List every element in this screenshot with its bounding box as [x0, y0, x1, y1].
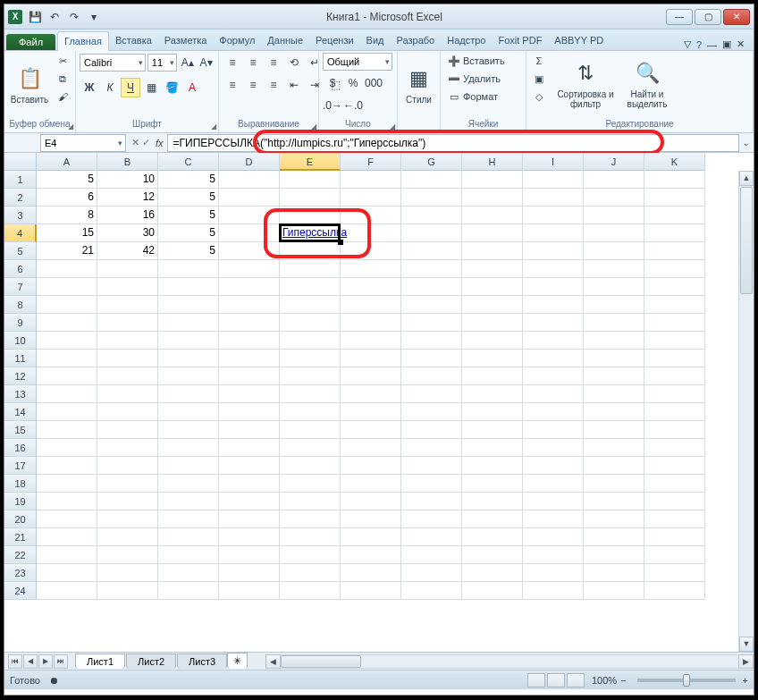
ribbon-tab-1[interactable]: Вставка: [109, 31, 158, 50]
ribbon-tab-7[interactable]: Разрабо: [391, 31, 442, 50]
cell-C24[interactable]: [158, 582, 219, 600]
cell-A6[interactable]: [37, 260, 97, 278]
cell-C5[interactable]: 5: [158, 242, 219, 260]
cell-E1[interactable]: [280, 171, 341, 189]
cell-C23[interactable]: [158, 564, 219, 582]
cell-C3[interactable]: 5: [158, 207, 219, 224]
zoom-slider[interactable]: [637, 679, 736, 682]
scroll-right-icon[interactable]: ▶: [738, 654, 754, 669]
col-header-G[interactable]: G: [401, 153, 462, 171]
cell-H9[interactable]: [462, 314, 523, 332]
ribbon-minimize-icon[interactable]: ▽: [684, 38, 691, 50]
cell-B18[interactable]: [97, 475, 158, 493]
cell-K24[interactable]: [644, 582, 705, 600]
ribbon-tab-0[interactable]: Главная: [57, 31, 109, 51]
formula-bar[interactable]: =ГИПЕРССЫЛКА("http://lumpics.ru";"Гиперс…: [167, 134, 739, 152]
cell-A17[interactable]: [37, 457, 97, 475]
cell-G21[interactable]: [401, 528, 462, 546]
cell-F12[interactable]: [341, 367, 401, 385]
row-header-7[interactable]: 7: [4, 278, 37, 296]
cell-C11[interactable]: [158, 350, 219, 367]
col-header-I[interactable]: I: [523, 153, 584, 171]
cell-H3[interactable]: [462, 207, 523, 224]
cell-B7[interactable]: [97, 278, 158, 296]
cell-K6[interactable]: [644, 260, 705, 278]
cell-F13[interactable]: [341, 385, 401, 403]
cell-F2[interactable]: [341, 189, 401, 207]
cell-E16[interactable]: [280, 439, 341, 457]
ribbon-tab-10[interactable]: ABBYY PD: [548, 31, 610, 50]
cell-E2[interactable]: [280, 189, 341, 207]
increase-font-icon[interactable]: A▴: [179, 53, 196, 72]
cell-C20[interactable]: [158, 510, 219, 528]
workbook-close-icon[interactable]: ✕: [737, 38, 745, 50]
cell-K2[interactable]: [644, 189, 705, 207]
cell-J4[interactable]: [584, 224, 644, 242]
cell-J19[interactable]: [584, 493, 644, 510]
cell-C4[interactable]: 5: [158, 224, 219, 242]
cell-J20[interactable]: [584, 510, 644, 528]
cell-C2[interactable]: 5: [158, 189, 219, 207]
cell-F20[interactable]: [341, 510, 401, 528]
cell-G3[interactable]: [401, 207, 462, 224]
cell-F22[interactable]: [341, 546, 401, 564]
cell-E13[interactable]: [280, 385, 341, 403]
cell-G18[interactable]: [401, 475, 462, 493]
cell-H15[interactable]: [462, 421, 523, 439]
cell-K19[interactable]: [644, 493, 705, 510]
cell-F5[interactable]: [341, 242, 401, 260]
row-header-20[interactable]: 20: [4, 510, 37, 528]
cell-E17[interactable]: [280, 457, 341, 475]
cell-G10[interactable]: [401, 332, 462, 350]
cell-G20[interactable]: [401, 510, 462, 528]
cell-C19[interactable]: [158, 493, 219, 510]
cell-J22[interactable]: [584, 546, 644, 564]
cell-B21[interactable]: [97, 528, 158, 546]
cell-H13[interactable]: [462, 385, 523, 403]
cancel-formula-icon[interactable]: ✕: [131, 137, 139, 148]
cell-K16[interactable]: [644, 439, 705, 457]
cell-D20[interactable]: [219, 510, 280, 528]
cell-H14[interactable]: [462, 403, 523, 421]
cell-G2[interactable]: [401, 189, 462, 207]
cell-J18[interactable]: [584, 475, 644, 493]
cell-K1[interactable]: [644, 171, 705, 189]
cell-A8[interactable]: [37, 296, 97, 314]
help-icon[interactable]: ?: [696, 39, 702, 50]
cell-I16[interactable]: [523, 439, 584, 457]
cell-E7[interactable]: [280, 278, 341, 296]
cell-B15[interactable]: [97, 421, 158, 439]
cell-E20[interactable]: [280, 510, 341, 528]
cell-E18[interactable]: [280, 475, 341, 493]
cell-C1[interactable]: 5: [158, 171, 219, 189]
cell-E14[interactable]: [280, 403, 341, 421]
sheet-tab-2[interactable]: Лист3: [177, 654, 227, 669]
sheet-tab-1[interactable]: Лист2: [126, 654, 176, 669]
cell-C6[interactable]: [158, 260, 219, 278]
cell-B20[interactable]: [97, 510, 158, 528]
row-header-16[interactable]: 16: [4, 439, 37, 457]
cell-A5[interactable]: 21: [37, 242, 97, 260]
cell-D24[interactable]: [219, 582, 280, 600]
align-right-icon[interactable]: ≡: [264, 75, 283, 95]
cell-I7[interactable]: [523, 278, 584, 296]
font-color-icon[interactable]: A: [182, 78, 202, 97]
cell-J23[interactable]: [584, 564, 644, 582]
cell-C7[interactable]: [158, 278, 219, 296]
cell-A9[interactable]: [37, 314, 97, 332]
cell-A23[interactable]: [37, 564, 97, 582]
cell-H12[interactable]: [462, 367, 523, 385]
row-header-17[interactable]: 17: [4, 457, 37, 475]
cell-G16[interactable]: [401, 439, 462, 457]
sheet-tab-0[interactable]: Лист1: [75, 654, 125, 669]
decrease-decimal-icon[interactable]: ←.0: [343, 96, 363, 115]
cell-I20[interactable]: [523, 510, 584, 528]
cell-H22[interactable]: [462, 546, 523, 564]
cell-I13[interactable]: [523, 385, 584, 403]
row-header-11[interactable]: 11: [4, 350, 37, 367]
cell-F1[interactable]: [341, 171, 401, 189]
border-icon[interactable]: ▦: [141, 78, 161, 97]
cell-G11[interactable]: [401, 350, 462, 367]
cell-A18[interactable]: [37, 475, 97, 493]
cell-H21[interactable]: [462, 528, 523, 546]
